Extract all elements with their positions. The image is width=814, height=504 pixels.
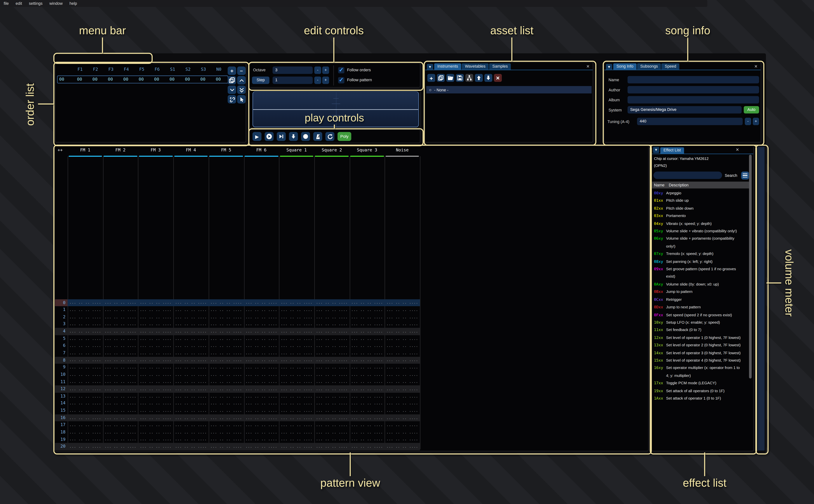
pattern-cell[interactable]: ... .. .. .... <box>138 430 173 434</box>
pattern-cell[interactable]: ... .. .. .... <box>385 329 420 334</box>
pattern-cell[interactable]: ... .. .. .... <box>314 372 349 377</box>
pattern-cell[interactable]: ... .. .. .... <box>103 315 138 319</box>
pattern-cell[interactable]: ... .. .. .... <box>208 394 244 398</box>
pattern-cell[interactable]: ... .. .. .... <box>68 372 103 377</box>
effect-row[interactable]: 13xx Set level of operator 2 (0 highest,… <box>651 342 748 349</box>
pattern-cell[interactable]: ... .. .. .... <box>208 300 244 305</box>
octave-minus-button[interactable]: - <box>314 66 321 74</box>
pattern-cell[interactable]: ... .. .. .... <box>244 380 279 384</box>
tuning-minus-button[interactable]: - <box>745 118 751 125</box>
scrollbar[interactable] <box>749 155 751 379</box>
pattern-cell[interactable]: ... .. .. .... <box>68 387 103 391</box>
pattern-row[interactable]: 2... .. .. ....... .. .. ....... .. .. .… <box>55 314 420 321</box>
order-row[interactable]: 00 00000000000000000000 <box>57 76 228 83</box>
pattern-cell[interactable]: ... .. .. .... <box>314 358 349 362</box>
pattern-cell[interactable]: ... .. .. .... <box>173 315 208 319</box>
pattern-row[interactable]: 16... .. .. ....... .. .. ....... .. .. … <box>55 414 420 421</box>
pattern-cell[interactable]: ... .. .. .... <box>208 372 244 377</box>
pattern-cell[interactable]: ... .. .. .... <box>314 344 349 348</box>
pattern-cell[interactable]: ... .. .. .... <box>314 387 349 391</box>
pattern-cell[interactable]: ... .. .. .... <box>208 445 244 449</box>
pattern-cell[interactable]: ... .. .. .... <box>385 416 420 420</box>
effect-list-tab[interactable]: Effect List <box>660 147 684 154</box>
pattern-cell[interactable]: ... .. .. .... <box>244 394 279 398</box>
asset-open-button[interactable] <box>446 74 454 82</box>
effect-row[interactable]: 07xy Tremolo (x: speed; y: depth) <box>651 250 748 258</box>
pattern-cell[interactable]: ... .. .. .... <box>314 337 349 341</box>
close-icon[interactable]: × <box>736 147 739 153</box>
pattern-cell[interactable]: ... .. .. .... <box>244 409 279 413</box>
pattern-cell[interactable]: ... .. .. .... <box>279 423 314 427</box>
pattern-cell[interactable]: ... .. .. .... <box>173 394 208 398</box>
pattern-cell[interactable]: ... .. .. .... <box>138 409 173 413</box>
order-cell[interactable]: 00 <box>211 77 226 82</box>
pattern-cell[interactable]: ... .. .. .... <box>349 394 385 398</box>
pattern-cell[interactable]: ... .. .. .... <box>138 380 173 384</box>
order-cell[interactable]: 00 <box>180 77 195 82</box>
effect-row[interactable]: 19xx Set attack of all operators (0 to 1… <box>651 387 748 395</box>
effect-row[interactable]: 03xx Portamento <box>651 212 748 220</box>
pattern-cell[interactable]: ... .. .. .... <box>138 315 173 319</box>
follow-pattern-checkbox[interactable]: ✓ <box>338 77 344 83</box>
pattern-cell[interactable]: ... .. .. .... <box>314 380 349 384</box>
pattern-cell[interactable]: ... .. .. .... <box>349 416 385 420</box>
author-input[interactable] <box>628 86 759 93</box>
pattern-cell[interactable]: ... .. .. .... <box>68 394 103 398</box>
pattern-cell[interactable]: ... .. .. .... <box>349 430 385 434</box>
play-from-cursor-button[interactable] <box>277 132 286 141</box>
effect-row[interactable]: 0Cxx Retrigger <box>651 296 748 304</box>
pattern-cell[interactable]: ... .. .. .... <box>385 437 420 442</box>
pattern-cell[interactable]: ... .. .. .... <box>279 358 314 362</box>
pattern-cell[interactable]: ... .. .. .... <box>314 329 349 334</box>
pattern-cell[interactable]: ... .. .. .... <box>244 372 279 377</box>
pattern-cell[interactable]: ... .. .. .... <box>314 308 349 312</box>
poly-button[interactable]: Poly <box>337 132 351 141</box>
pattern-cell[interactable]: ... .. .. .... <box>138 351 173 355</box>
pattern-cell[interactable]: ... .. .. .... <box>208 387 244 391</box>
order-select-mode-button[interactable] <box>237 95 246 104</box>
pattern-cell[interactable]: ... .. .. .... <box>173 329 208 334</box>
stop-button[interactable] <box>301 132 310 141</box>
pattern-cell[interactable]: ... .. .. .... <box>68 358 103 362</box>
pattern-cell[interactable]: ... .. .. .... <box>314 322 349 326</box>
pattern-cell[interactable]: ... .. .. .... <box>244 401 279 406</box>
order-cell[interactable]: 00 <box>87 77 103 82</box>
pattern-cell[interactable]: ... .. .. .... <box>68 315 103 319</box>
pattern-cell[interactable]: ... .. .. .... <box>68 423 103 427</box>
song-info-tab[interactable]: Subsongs <box>637 63 661 70</box>
pattern-cell[interactable]: ... .. .. .... <box>173 430 208 434</box>
order-move-up-button[interactable] <box>237 76 246 85</box>
effect-row[interactable]: 01xx Pitch slide up <box>651 197 748 205</box>
effect-list-menu-button[interactable] <box>741 171 749 179</box>
channel-header[interactable]: Noise <box>385 148 420 153</box>
pattern-cell[interactable]: ... .. .. .... <box>244 308 279 312</box>
order-remove-button[interactable]: − <box>237 67 246 75</box>
pattern-cell[interactable]: ... .. .. .... <box>244 322 279 326</box>
pattern-cell[interactable]: ... .. .. .... <box>279 401 314 406</box>
pattern-cell[interactable]: ... .. .. .... <box>173 380 208 384</box>
pattern-cell[interactable]: ... .. .. .... <box>385 315 420 319</box>
pattern-cell[interactable]: ... .. .. .... <box>244 430 279 434</box>
pattern-cell[interactable]: ... .. .. .... <box>279 387 314 391</box>
octave-plus-button[interactable]: + <box>322 66 329 74</box>
pattern-cell[interactable]: ... .. .. .... <box>103 380 138 384</box>
pattern-cell[interactable]: ... .. .. .... <box>385 344 420 348</box>
pattern-cell[interactable]: ... .. .. .... <box>349 387 385 391</box>
pattern-cell[interactable]: ... .. .. .... <box>349 322 385 326</box>
effect-row[interactable]: 08xy Set panning (x: left; y: right) <box>651 258 748 265</box>
pattern-cell[interactable]: ... .. .. .... <box>68 430 103 434</box>
play-button[interactable]: ▶ <box>252 132 261 141</box>
pattern-cell[interactable]: ... .. .. .... <box>385 372 420 377</box>
pattern-row[interactable]: 18... .. .. ....... .. .. ....... .. .. … <box>55 429 420 436</box>
order-add-button[interactable]: + <box>228 67 236 75</box>
step-row-button[interactable] <box>289 132 298 141</box>
pattern-row[interactable]: 20... .. .. ....... .. .. ....... .. .. … <box>55 443 420 450</box>
pattern-cell[interactable]: ... .. .. .... <box>68 337 103 341</box>
pattern-row[interactable]: 14... .. .. ....... .. .. ....... .. .. … <box>55 400 420 407</box>
pattern-cell[interactable]: ... .. .. .... <box>385 337 420 341</box>
pattern-cell[interactable]: ... .. .. .... <box>173 437 208 442</box>
pattern-row[interactable]: 13... .. .. ....... .. .. ....... .. .. … <box>55 393 420 400</box>
pattern-cell[interactable]: ... .. .. .... <box>208 416 244 420</box>
pattern-cell[interactable]: ... .. .. .... <box>173 387 208 391</box>
asset-duplicate-button[interactable] <box>437 74 445 82</box>
